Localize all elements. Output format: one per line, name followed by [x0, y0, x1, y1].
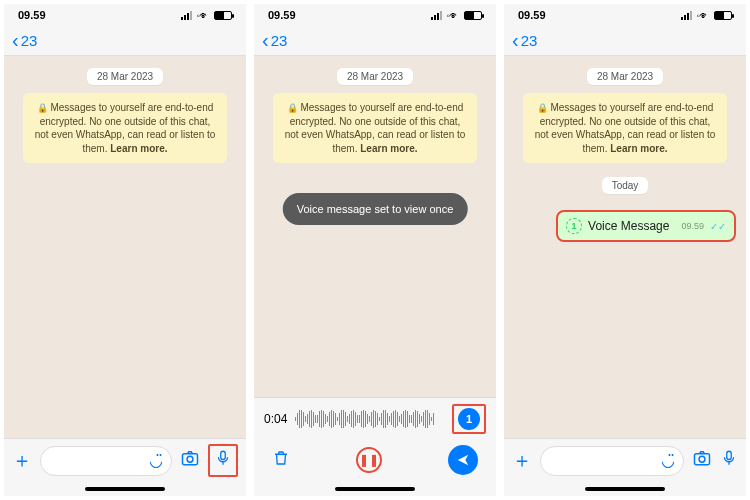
recording-bar: 0:04 1	[254, 397, 496, 438]
status-icons: ◦ᯤ	[181, 10, 232, 21]
mic-button[interactable]	[214, 450, 232, 472]
back-label[interactable]: 23	[21, 32, 38, 49]
date-pill: 28 Mar 2023	[587, 68, 663, 85]
send-button[interactable]	[448, 445, 478, 475]
home-indicator	[504, 482, 746, 496]
waveform[interactable]	[295, 409, 444, 429]
input-bar: ＋ ◡̈	[504, 438, 746, 482]
signal-icon	[181, 11, 192, 20]
status-icons: ◦ᯤ	[681, 10, 732, 21]
recording-actions: ❚❚	[254, 438, 496, 482]
phone-screen-3: 09.59 ◦ᯤ ‹ 23 28 Mar 2023 🔒 Messages to …	[504, 4, 746, 496]
attach-button[interactable]: ＋	[512, 447, 532, 474]
view-once-toast: Voice message set to view once	[283, 193, 468, 225]
status-icons: ◦ᯤ	[431, 10, 482, 21]
learn-more-link[interactable]: Learn more.	[360, 143, 417, 154]
wifi-icon: ◦ᯤ	[696, 10, 710, 21]
message-input[interactable]: ◡̈	[40, 446, 172, 476]
home-indicator	[254, 482, 496, 496]
message-input[interactable]: ◡̈	[540, 446, 684, 476]
status-bar: 09.59 ◦ᯤ	[4, 4, 246, 26]
status-time: 09.59	[268, 9, 296, 21]
signal-icon	[681, 11, 692, 20]
battery-icon	[214, 11, 232, 20]
mic-button[interactable]	[720, 448, 738, 473]
learn-more-link[interactable]: Learn more.	[610, 143, 667, 154]
highlight-viewonce: 1	[452, 404, 486, 434]
highlight-mic	[208, 444, 238, 477]
home-indicator	[4, 482, 246, 496]
back-chevron-icon[interactable]: ‹	[262, 29, 269, 52]
chat-area: 28 Mar 2023 🔒 Messages to yourself are e…	[504, 56, 746, 438]
voice-message-row: 1 Voice Message 09.59 ✓✓	[556, 210, 736, 242]
status-time: 09.59	[18, 9, 46, 21]
today-pill: Today	[602, 177, 649, 194]
battery-icon	[714, 11, 732, 20]
wifi-icon: ◦ᯤ	[196, 10, 210, 21]
input-bar: ＋ ◡̈	[4, 438, 246, 482]
svg-point-4	[699, 456, 705, 462]
lock-icon: 🔒	[537, 103, 548, 113]
view-once-icon: 1	[566, 218, 582, 234]
wifi-icon: ◦ᯤ	[446, 10, 460, 21]
pause-recording-button[interactable]: ❚❚	[356, 447, 382, 473]
nav-bar: ‹ 23	[254, 26, 496, 56]
camera-button[interactable]	[692, 448, 712, 473]
phone-screen-2: 09.59 ◦ᯤ ‹ 23 28 Mar 2023 🔒 Messages to …	[254, 4, 496, 496]
recording-time: 0:04	[264, 412, 287, 426]
view-once-button[interactable]: 1	[458, 408, 480, 430]
date-pill: 28 Mar 2023	[337, 68, 413, 85]
chat-area: 28 Mar 2023 🔒 Messages to yourself are e…	[4, 56, 246, 438]
nav-bar: ‹ 23	[4, 26, 246, 56]
back-label[interactable]: 23	[271, 32, 288, 49]
encryption-notice[interactable]: 🔒 Messages to yourself are end-to-end en…	[273, 93, 477, 163]
voice-message-label: Voice Message	[588, 219, 669, 233]
back-label[interactable]: 23	[521, 32, 538, 49]
svg-rect-5	[727, 451, 732, 459]
svg-rect-3	[695, 454, 710, 465]
back-chevron-icon[interactable]: ‹	[512, 29, 519, 52]
status-bar: 09.59 ◦ᯤ	[504, 4, 746, 26]
nav-bar: ‹ 23	[504, 26, 746, 56]
status-bar: 09.59 ◦ᯤ	[254, 4, 496, 26]
sticker-icon[interactable]: ◡̈	[149, 451, 163, 470]
delete-recording-button[interactable]	[272, 448, 290, 473]
lock-icon: 🔒	[37, 103, 48, 113]
signal-icon	[431, 11, 442, 20]
status-time: 09.59	[518, 9, 546, 21]
back-chevron-icon[interactable]: ‹	[12, 29, 19, 52]
battery-icon	[464, 11, 482, 20]
lock-icon: 🔒	[287, 103, 298, 113]
phone-screen-1: 09.59 ◦ᯤ ‹ 23 28 Mar 2023 🔒 Messages to …	[4, 4, 246, 496]
svg-rect-2	[221, 451, 226, 459]
date-pill: 28 Mar 2023	[87, 68, 163, 85]
svg-point-1	[187, 456, 193, 462]
voice-message-time: 09.59	[681, 221, 704, 231]
attach-button[interactable]: ＋	[12, 447, 32, 474]
camera-button[interactable]	[180, 448, 200, 473]
svg-rect-0	[183, 454, 198, 465]
chat-area: 28 Mar 2023 🔒 Messages to yourself are e…	[254, 56, 496, 397]
sticker-icon[interactable]: ◡̈	[661, 451, 675, 470]
learn-more-link[interactable]: Learn more.	[110, 143, 167, 154]
encryption-notice[interactable]: 🔒 Messages to yourself are end-to-end en…	[23, 93, 227, 163]
voice-message-bubble[interactable]: 1 Voice Message 09.59 ✓✓	[556, 210, 736, 242]
encryption-notice[interactable]: 🔒 Messages to yourself are end-to-end en…	[523, 93, 727, 163]
read-ticks-icon: ✓✓	[710, 221, 726, 232]
